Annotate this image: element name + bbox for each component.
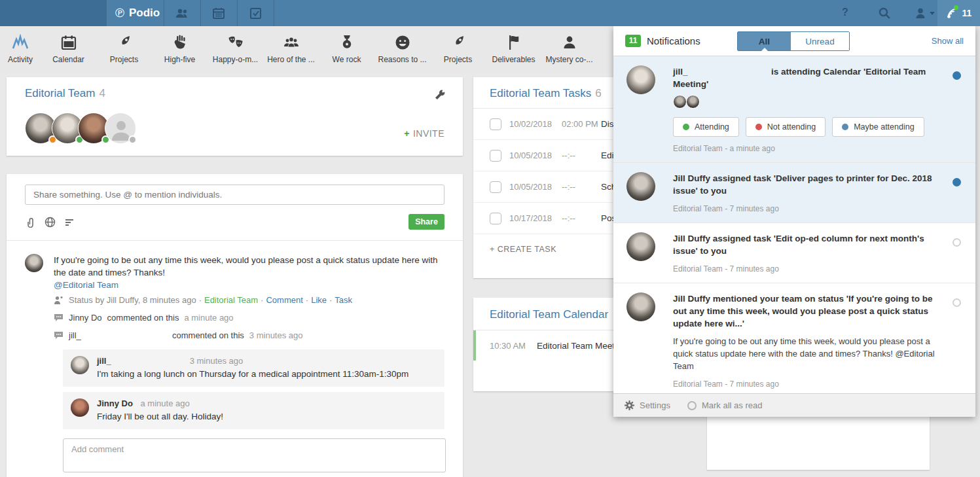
add-comment-input[interactable] <box>63 438 446 472</box>
navbar-left-section <box>0 0 106 26</box>
comment-text: I'm taking a long lunch on Thursday for … <box>97 369 408 379</box>
mark-all-read-button[interactable]: Mark all as read <box>687 400 762 410</box>
avatar <box>626 292 655 321</box>
toolbar-item-activity[interactable]: Activity <box>0 26 41 72</box>
podio-logo-text: Podio <box>129 7 160 20</box>
toolbar-item-hero[interactable]: Hero of the ... <box>263 26 319 72</box>
comment-bubble-icon <box>54 313 64 322</box>
avatar[interactable] <box>71 356 89 374</box>
comment-author[interactable]: jill_ <box>97 356 182 366</box>
read-indicator[interactable] <box>953 298 961 307</box>
toolbar-item-high-five[interactable]: High-five <box>152 26 208 72</box>
comment-text: Friday I'll be out all day. Holiday! <box>97 412 223 421</box>
toolbar-item-calendar[interactable]: Calendar <box>41 26 96 72</box>
toolbar-item-deliverables[interactable]: Deliverables <box>486 26 541 72</box>
invite-button[interactable]: +INVITE <box>404 128 445 139</box>
notification-meta: Editorial Team - 7 minutes ago <box>673 380 945 389</box>
toolbar-item-projects[interactable]: Projects <box>96 26 152 72</box>
notification-item[interactable]: jill_is attending Calendar 'Editorial Te… <box>613 56 975 163</box>
tab-unread[interactable]: Unread <box>791 32 849 50</box>
globe-icon[interactable] <box>45 217 56 228</box>
notification-actor: jill_ <box>673 65 771 78</box>
status-post: If you're going to be out any time this … <box>25 254 445 340</box>
member-count: 4 <box>99 87 105 99</box>
settings-button[interactable]: Settings <box>625 400 670 410</box>
share-button[interactable]: Share <box>408 214 445 230</box>
like-action[interactable]: Like <box>311 295 327 305</box>
team-title-link[interactable]: Editorial Team <box>25 87 95 99</box>
tasks-title-link[interactable]: Editorial Team Tasks <box>490 87 591 99</box>
status-dot-offline <box>128 135 137 144</box>
notifications-count-badge: 11 <box>625 35 641 47</box>
comment-action[interactable]: Comment <box>266 295 302 305</box>
calendar-nav-icon[interactable] <box>211 6 226 20</box>
search-icon[interactable] <box>877 6 892 20</box>
toolbar-item-projects-2[interactable]: Projects <box>430 26 486 72</box>
attachment-icon[interactable] <box>25 217 36 228</box>
account-icon[interactable] <box>914 6 928 20</box>
comment-summary[interactable]: Jinny Do commented on this a minute ago <box>54 313 441 323</box>
unread-indicator[interactable] <box>953 178 961 186</box>
task-checkbox[interactable] <box>490 118 501 130</box>
status-person-icon <box>54 296 64 304</box>
contacts-icon[interactable] <box>175 6 189 20</box>
task-checkbox[interactable] <box>490 181 501 193</box>
activity-chart-icon <box>12 34 29 51</box>
people-group-icon <box>283 34 300 51</box>
toolbar-item-happy-o-meter[interactable]: Happy-o-m... <box>208 26 263 72</box>
podio-logo-icon: ℗ <box>115 6 124 20</box>
comment-author[interactable]: Jinny Do <box>97 398 133 408</box>
maybe-attending-button[interactable]: Maybe attending <box>832 117 924 137</box>
toolbar-item-reasons[interactable]: Reasons to ... <box>374 26 430 72</box>
task-action[interactable]: Task <box>335 295 352 305</box>
notifications-toggle[interactable]: 11 <box>937 0 980 26</box>
notification-meta: Editorial Team - a minute ago <box>673 144 945 153</box>
podio-logo[interactable]: ℗ Podio <box>115 0 160 26</box>
task-checkbox[interactable] <box>490 213 501 224</box>
smiley-icon <box>394 34 411 51</box>
unread-indicator[interactable] <box>953 71 961 80</box>
notification-title: Jill Duffy mentioned your team on status… <box>673 292 945 330</box>
task-checkbox[interactable] <box>490 150 501 162</box>
avatar[interactable] <box>71 398 89 417</box>
notification-item[interactable]: Jill Duffy assigned task 'Deliver pages … <box>613 163 975 223</box>
notifications-panel: 11 Notifications All Unread Show all jil… <box>613 26 975 417</box>
plus-icon: + <box>404 128 410 139</box>
avatar <box>626 232 655 261</box>
flag-icon <box>505 34 522 51</box>
toolbar-item-we-rock[interactable]: We rock <box>319 26 374 72</box>
tab-all[interactable]: All <box>738 32 791 50</box>
show-all-link[interactable]: Show all <box>932 36 964 46</box>
notifications-filter-tabs: All Unread <box>737 31 850 51</box>
not-attending-button[interactable]: Not attending <box>746 117 826 137</box>
notifications-header: 11 Notifications All Unread Show all <box>613 26 975 56</box>
share-input[interactable] <box>25 185 445 205</box>
notification-title: Jill Duffy assigned task 'Edit op-ed col… <box>673 232 945 257</box>
member-avatars <box>25 113 129 146</box>
notification-item[interactable]: Jill Duffy mentioned your team on status… <box>613 283 975 393</box>
avatar <box>673 95 687 109</box>
avatar[interactable] <box>25 254 43 272</box>
mention-link[interactable]: @Editorial Team <box>54 280 118 290</box>
comment-time: a minute ago <box>141 398 190 408</box>
activity-feed-card: Share If you're going to be out any time… <box>7 174 463 477</box>
attending-button[interactable]: Attending <box>673 117 739 137</box>
calendar-title-link[interactable]: Editorial Team Calendar <box>490 308 608 321</box>
help-icon[interactable]: ? <box>842 7 848 18</box>
notifications-list: jill_is attending Calendar 'Editorial Te… <box>613 56 975 393</box>
workspace-link[interactable]: Editorial Team <box>204 295 258 305</box>
masks-icon <box>227 34 244 51</box>
tasks-nav-icon[interactable] <box>248 6 263 20</box>
avatar-placeholder[interactable] <box>105 113 136 144</box>
comment: Jinny Do a minute ago Friday I'll be out… <box>63 392 445 429</box>
attendee-avatars <box>673 95 945 109</box>
toolbar-item-mystery[interactable]: Mystery co-... <box>541 26 597 72</box>
wrench-settings-icon[interactable] <box>434 89 446 101</box>
read-indicator[interactable] <box>953 238 961 247</box>
notifications-title: Notifications <box>647 35 700 46</box>
format-list-icon[interactable] <box>64 217 75 228</box>
comment-summary[interactable]: jill_ commented on this 3 minutes ago <box>54 330 441 340</box>
notification-item[interactable]: Jill Duffy assigned task 'Edit op-ed col… <box>613 223 975 283</box>
avatar <box>626 65 655 94</box>
status-text: If you're going to be out any time this … <box>54 255 437 277</box>
